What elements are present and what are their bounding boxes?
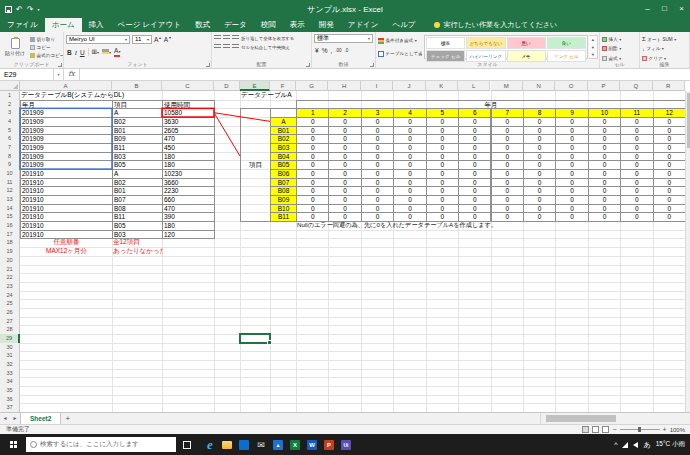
column-header-H[interactable]: H xyxy=(328,81,360,91)
maximize-button[interactable]: □ xyxy=(656,0,673,18)
autosum-button[interactable]: Σオート SUM▾ xyxy=(642,35,687,43)
zoom-out-button[interactable]: − xyxy=(612,426,616,434)
cut-button[interactable]: 切り取り xyxy=(30,35,63,43)
page-break-view-button[interactable] xyxy=(602,426,609,433)
align-right-button[interactable] xyxy=(232,44,239,50)
ribbon-tab-表示[interactable]: 表示 xyxy=(283,18,312,32)
column-header-D[interactable]: D xyxy=(214,81,240,91)
column-header-G[interactable]: G xyxy=(296,81,328,91)
cell-E3[interactable]: 項目 xyxy=(240,108,271,222)
sheet-tab-sheet2[interactable]: Sheet2 xyxy=(20,413,61,424)
normal-view-button[interactable] xyxy=(582,426,589,433)
ribbon-tab-アドイン[interactable]: アドイン xyxy=(341,18,386,32)
column-header-I[interactable]: I xyxy=(361,81,393,91)
weather-widget[interactable]: 15°C 小雨 xyxy=(656,440,685,449)
gallery-down-icon[interactable]: ▾ xyxy=(592,45,594,50)
align-bottom-button[interactable] xyxy=(232,35,239,41)
percent-button[interactable]: % xyxy=(322,46,328,55)
fill-color-button[interactable]: ▾ xyxy=(102,47,111,57)
selection-box[interactable] xyxy=(239,333,271,344)
cell-O15[interactable]: 0 xyxy=(555,212,588,222)
volume-icon[interactable] xyxy=(633,442,638,448)
font-dialog-launcher[interactable] xyxy=(206,63,210,67)
cell-style-どちらでもない[interactable]: どちらでもない xyxy=(466,37,505,49)
ribbon-tab-挿入[interactable]: 挿入 xyxy=(82,18,111,32)
align-left-button[interactable] xyxy=(214,44,221,50)
paste-button[interactable]: 貼り付け xyxy=(2,34,28,60)
ribbon-tab-ヘルプ[interactable]: ヘルプ xyxy=(385,18,422,32)
align-middle-button[interactable] xyxy=(223,35,230,41)
row-header-37[interactable]: 37 xyxy=(0,403,20,412)
ribbon-tab-数式[interactable]: 数式 xyxy=(188,18,217,32)
name-box-dropdown-icon[interactable]: ▾ xyxy=(54,69,64,80)
fx-button[interactable]: fx xyxy=(64,69,80,80)
ribbon-tab-ページ レイアウト[interactable]: ページ レイアウト xyxy=(111,18,188,32)
uipath-icon[interactable]: Ui xyxy=(341,440,351,450)
clipboard-dialog-launcher[interactable] xyxy=(58,63,62,67)
cell-style-標準[interactable]: 標準 xyxy=(426,37,465,49)
align-center-button[interactable] xyxy=(223,44,230,50)
zoom-slider-thumb[interactable] xyxy=(638,427,641,432)
column-header-C[interactable]: C xyxy=(162,81,214,91)
currency-button[interactable]: ¥ xyxy=(315,46,319,55)
fill-button[interactable]: ↓フィル▾ xyxy=(642,45,687,53)
formula-input[interactable] xyxy=(80,69,690,80)
cell-G16[interactable]: Nullのエラー回避の為、先に0を入れたデータテーブルAを作成します。 xyxy=(296,221,329,231)
page-layout-view-button[interactable] xyxy=(592,426,599,433)
save-icon[interactable] xyxy=(5,6,12,13)
cell-A19[interactable]: MAX12ヶ月分 xyxy=(20,247,113,257)
wrap-text-button[interactable]: 折り返して全体を表示する xyxy=(241,36,294,41)
minimize-button[interactable]: – xyxy=(639,0,656,18)
copy-button[interactable]: コピー xyxy=(30,43,63,51)
column-header-N[interactable]: N xyxy=(523,81,555,91)
shrink-font-button[interactable]: A▼ xyxy=(164,34,172,44)
photos-icon[interactable]: ▲ xyxy=(273,440,283,450)
tray-expand-icon[interactable]: ^ xyxy=(614,441,617,448)
ribbon-tab-開発[interactable]: 開発 xyxy=(312,18,341,32)
mail-icon[interactable]: ✉ xyxy=(256,440,266,450)
align-top-button[interactable] xyxy=(214,35,221,41)
font-name-select[interactable]: Meiryo UI▾ xyxy=(66,35,130,44)
select-all-corner[interactable] xyxy=(0,81,20,91)
store-icon[interactable] xyxy=(239,440,249,450)
delete-cells-button[interactable]: 削除▾ xyxy=(602,45,637,53)
ribbon-tab-校閲[interactable]: 校閲 xyxy=(254,18,283,32)
column-header-Q[interactable]: Q xyxy=(620,81,652,91)
start-button[interactable] xyxy=(0,434,26,455)
format-painter-button[interactable]: 書式のコピー/貼り付け xyxy=(30,51,63,59)
cell-B19[interactable]: あったりなかったり xyxy=(112,247,163,257)
undo-icon[interactable]: ↶ xyxy=(16,5,23,14)
cell-R15[interactable]: 0 xyxy=(653,212,686,222)
file-explorer-icon[interactable] xyxy=(222,441,232,449)
borders-button[interactable]: ⊞▾ xyxy=(92,47,99,57)
sheet-nav-left-icon[interactable]: ◂ xyxy=(0,413,10,424)
excel-icon[interactable]: X xyxy=(290,440,300,450)
ribbon-tab-ファイル[interactable]: ファイル xyxy=(0,18,45,32)
task-view-button[interactable] xyxy=(176,441,198,449)
column-header-K[interactable]: K xyxy=(426,81,458,91)
column-header-J[interactable]: J xyxy=(393,81,425,91)
decrease-decimal-button[interactable]: .0 xyxy=(344,46,348,55)
word-icon[interactable]: W xyxy=(307,440,317,450)
font-color-button[interactable]: A▾ xyxy=(114,47,120,57)
cell-P15[interactable]: 0 xyxy=(588,212,621,222)
insert-cells-button[interactable]: 挿入▾ xyxy=(602,35,637,43)
column-header-E[interactable]: E xyxy=(240,81,270,91)
ime-indicator[interactable]: あ xyxy=(643,440,650,450)
conditional-formatting-button[interactable]: 条件付き書式▾ xyxy=(378,35,422,46)
merge-center-button[interactable]: セルを結合して中央揃え xyxy=(241,45,290,50)
powerpoint-icon[interactable]: P xyxy=(324,440,334,450)
vertical-scrollbar[interactable] xyxy=(685,91,690,412)
redo-icon[interactable]: ↷ xyxy=(27,5,34,14)
horizontal-scrollbar[interactable] xyxy=(540,413,690,424)
edge-icon[interactable]: e xyxy=(205,440,215,450)
close-button[interactable]: × xyxy=(673,0,690,18)
column-header-M[interactable]: M xyxy=(491,81,523,91)
increase-decimal-button[interactable]: .00 xyxy=(335,46,341,55)
column-header-A[interactable]: A xyxy=(20,81,112,91)
zoom-in-button[interactable]: + xyxy=(663,426,667,434)
cell-F15[interactable]: B11 xyxy=(270,212,297,222)
name-box[interactable]: E29 xyxy=(0,69,54,80)
number-format-select[interactable]: 標準▾ xyxy=(314,34,373,43)
zoom-level[interactable]: 100% xyxy=(670,427,685,433)
